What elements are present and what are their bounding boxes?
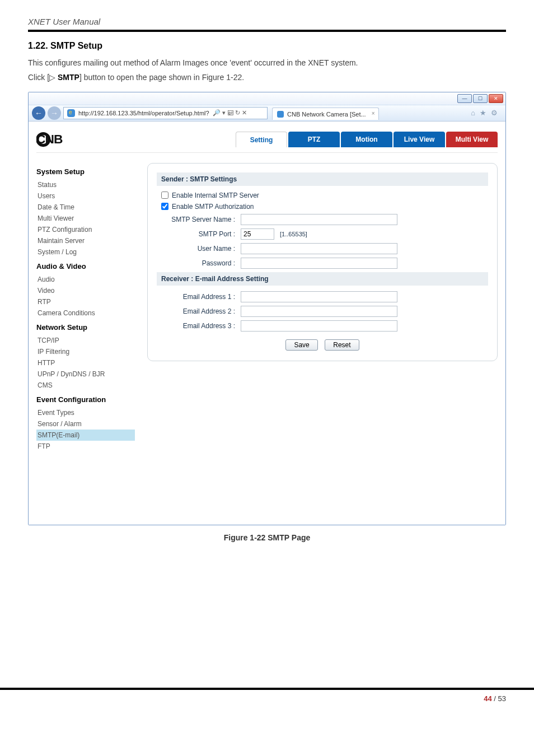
sidebar-item-users[interactable]: Users: [36, 190, 135, 202]
page-number: 44 / 53: [0, 694, 534, 720]
email3-label: Email Address 3 :: [157, 322, 241, 330]
window-minimize-button[interactable]: —: [457, 94, 472, 103]
settings-panel: Sender : SMTP Settings Enable Internal S…: [147, 163, 498, 452]
app-topbar: CNB Setting PTZ Motion Live View Multi V…: [36, 127, 498, 153]
sidebar-item-eventtypes[interactable]: Event Types: [36, 407, 135, 418]
smtp-server-input[interactable]: [241, 214, 397, 225]
sender-heading: Sender : SMTP Settings: [157, 172, 488, 186]
intro-line-2: Click [▷ SMTP] button to open the page s…: [28, 71, 506, 83]
sidebar-item-sensor[interactable]: Sensor / Alarm: [36, 418, 135, 430]
email1-input[interactable]: [241, 291, 397, 302]
intro2-suffix: ] button to open the page shown in Figur…: [79, 73, 244, 82]
sidebar-item-rtp[interactable]: RTP: [36, 296, 135, 307]
receiver-heading: Receiver : E-mail Address Setting: [157, 272, 488, 286]
figure-caption: Figure 1-22 SMTP Page: [28, 533, 506, 542]
page-content: CNB Setting PTZ Motion Live View Multi V…: [29, 122, 505, 525]
address-tools[interactable]: 🔎 ▾ 🗟 ↻ ✕: [213, 109, 247, 116]
intro-line-1: This configures mailing out method of Al…: [28, 57, 506, 69]
tab-ptz[interactable]: PTZ: [288, 132, 340, 147]
sidebar-item-upnp[interactable]: UPnP / DynDNS / BJR: [36, 368, 135, 380]
sidebar-item-ftp[interactable]: FTP: [36, 441, 135, 452]
settings-icon[interactable]: ⚙: [491, 109, 498, 117]
sidebar-item-smtp[interactable]: SMTP(E-mail): [36, 430, 135, 441]
side-group-system: System Setup: [36, 167, 135, 176]
password-input[interactable]: [241, 258, 397, 269]
sidebar-item-video[interactable]: Video: [36, 285, 135, 296]
forward-button[interactable]: →: [48, 106, 61, 120]
sidebar-item-status[interactable]: Status: [36, 179, 135, 190]
triangle-icon: ▷: [49, 71, 55, 83]
top-tabs: Setting PTZ Motion Live View Multi View: [235, 132, 498, 147]
tab-motion[interactable]: Motion: [341, 132, 392, 147]
side-group-event: Event Configuration: [36, 395, 135, 404]
side-group-av: Audio & Video: [36, 262, 135, 270]
sidebar-item-systemlog[interactable]: System / Log: [36, 246, 135, 258]
titlebar: — ☐ ✕: [29, 92, 505, 105]
intro2-prefix: Click [: [28, 73, 49, 82]
page-sep: /: [492, 694, 498, 703]
smtp-server-label: SMTP Server Name :: [157, 216, 241, 223]
smtp-fieldset: Sender : SMTP Settings Enable Internal S…: [147, 163, 498, 361]
sidebar-item-http[interactable]: HTTP: [36, 357, 135, 368]
rule-bottom: [0, 688, 534, 690]
toolbar-icons: ⌂ ★ ⚙: [471, 109, 498, 117]
url-text: http://192.168.123.35/html/operator/Setu…: [78, 110, 209, 116]
home-icon[interactable]: ⌂: [471, 109, 475, 117]
smtp-port-input[interactable]: [241, 228, 274, 240]
sidebar-item-maintain[interactable]: Maintain Server: [36, 235, 135, 246]
enable-smtp-auth-checkbox[interactable]: [161, 203, 168, 210]
sidebar-item-tcpip[interactable]: TCP/IP: [36, 335, 135, 346]
tab-setting[interactable]: Setting: [236, 132, 287, 147]
browser-window: — ☐ ✕ ← → http://192.168.123.35/html/ope…: [28, 92, 506, 525]
reset-button[interactable]: Reset: [325, 339, 359, 351]
tab-close-icon[interactable]: ×: [372, 110, 375, 116]
email2-input[interactable]: [241, 306, 397, 317]
email3-input[interactable]: [241, 320, 397, 332]
sidebar: System Setup Status Users Date & Time Mu…: [36, 163, 135, 452]
smtp-port-label: SMTP Port :: [157, 230, 241, 238]
sidebar-item-datetime[interactable]: Date & Time: [36, 202, 135, 213]
side-group-network: Network Setup: [36, 323, 135, 332]
nav-bar: ← → http://192.168.123.35/html/operator/…: [29, 105, 505, 122]
intro2-bold: SMTP: [55, 73, 79, 82]
enable-internal-smtp-checkbox[interactable]: [161, 192, 168, 199]
sidebar-item-ipfilter[interactable]: IP Filtering: [36, 346, 135, 357]
favorites-icon[interactable]: ★: [480, 109, 486, 117]
page-total: 53: [498, 694, 506, 703]
sidebar-item-cms[interactable]: CMS: [36, 380, 135, 391]
section-title: 1.22. SMTP Setup: [28, 41, 506, 51]
tab-liveview[interactable]: Live View: [394, 132, 445, 147]
doc-header: XNET User Manual: [28, 17, 506, 30]
email1-label: Email Address 1 :: [157, 293, 241, 301]
window-maximize-button[interactable]: ☐: [473, 94, 488, 103]
browser-tab[interactable]: CNB Network Camera [Set... ×: [272, 108, 379, 120]
smtp-port-hint: [1..65535]: [280, 231, 307, 237]
ie-tab-icon: [277, 111, 284, 118]
username-input[interactable]: [241, 243, 397, 254]
password-label: Password :: [157, 259, 241, 267]
sidebar-item-audio[interactable]: Audio: [36, 274, 135, 285]
page-current: 44: [484, 694, 491, 703]
sidebar-item-camera[interactable]: Camera Conditions: [36, 307, 135, 319]
enable-internal-smtp-label: Enable Internal SMTP Server: [172, 192, 259, 199]
address-bar[interactable]: http://192.168.123.35/html/operator/Setu…: [63, 107, 268, 119]
tab-multiview[interactable]: Multi View: [446, 132, 498, 147]
sidebar-item-ptzconfig[interactable]: PTZ Configuration: [36, 224, 135, 235]
enable-smtp-auth-label: Enable SMTP Authorization: [172, 203, 254, 211]
window-close-button[interactable]: ✕: [489, 94, 503, 103]
username-label: User Name :: [157, 245, 241, 253]
tab-title: CNB Network Camera [Set...: [287, 111, 366, 118]
back-button[interactable]: ←: [32, 106, 45, 120]
save-button[interactable]: Save: [285, 339, 317, 351]
email2-label: Email Address 2 :: [157, 307, 241, 315]
sidebar-item-multiviewer[interactable]: Multi Viewer: [36, 213, 135, 224]
ie-icon: [67, 109, 75, 117]
rule-top: [28, 30, 506, 32]
brand-logo: CNB: [36, 132, 120, 147]
